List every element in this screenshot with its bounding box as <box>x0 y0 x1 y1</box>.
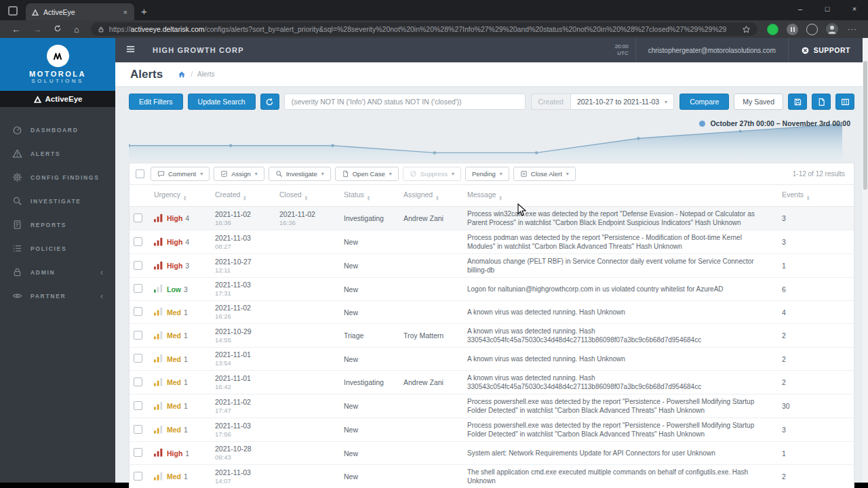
row-checkbox[interactable] <box>134 237 142 246</box>
sidebar-item-alerts[interactable]: ALERTS <box>0 142 115 165</box>
alert-row[interactable]: High42021-11-0308:27NewProcess podman wa… <box>130 230 854 254</box>
page-scrollbar[interactable] <box>863 38 868 483</box>
sort-icon: ▴▾ <box>184 195 186 201</box>
refresh-button[interactable] <box>47 24 68 35</box>
alert-row[interactable]: Med12021-10-2914:55TriageTroy MatternA k… <box>130 324 854 348</box>
investigate-button[interactable]: Investigate▾ <box>269 167 331 181</box>
home-button[interactable]: ⌂ <box>68 24 85 35</box>
row-checkbox[interactable] <box>134 472 142 481</box>
row-checkbox[interactable] <box>134 307 142 316</box>
sidebar-item-dashboard[interactable]: DASHBOARD <box>0 118 115 142</box>
date-range-select[interactable]: 2021-10-27 to 2021-11-03▾ <box>570 94 674 110</box>
alert-row[interactable]: Med12021-11-0116:42InvestigatingAndrew Z… <box>130 371 854 394</box>
refresh-results-button[interactable] <box>260 94 279 110</box>
column-header-created[interactable]: Created▴▾ <box>211 185 275 207</box>
column-header-events[interactable]: Events▴▾ <box>778 185 854 207</box>
home-icon[interactable] <box>178 70 186 79</box>
pending-button[interactable]: Pending▾ <box>465 167 509 181</box>
sidebar-item-partner[interactable]: PARTNER‹ <box>0 284 115 308</box>
update-search-button[interactable]: Update Search <box>188 94 256 110</box>
row-checkbox[interactable] <box>134 425 142 434</box>
message-cell: Anomalous change (PELT RBF) in Service C… <box>463 254 778 278</box>
alert-row[interactable]: High32021-10-2712:11NewAnomalous change … <box>130 254 854 278</box>
column-header-status[interactable]: Status▴▾ <box>340 185 399 207</box>
assigned-cell <box>399 230 463 254</box>
select-all-checkbox[interactable] <box>136 169 144 178</box>
sidebar-item-investigate[interactable]: INVESTIGATE <box>0 189 115 213</box>
sidebar-item-reports[interactable]: REPORTS <box>0 213 115 237</box>
activeeye-logo: ActiveEye <box>0 91 115 107</box>
columns-button[interactable] <box>835 94 854 110</box>
save-search-button[interactable] <box>788 94 807 110</box>
row-checkbox[interactable] <box>134 354 142 363</box>
alert-row[interactable]: High12021-10-2809:43NewSystem alert: Net… <box>130 442 854 465</box>
urgency-score: 1 <box>184 402 188 410</box>
urgency-cell: Med1 <box>154 472 207 482</box>
open-case-button[interactable]: Open Case▾ <box>335 167 399 181</box>
row-checkbox[interactable] <box>134 401 142 410</box>
tab-actions-icon[interactable] <box>8 6 18 16</box>
menu-toggle-icon[interactable] <box>115 44 146 57</box>
alert-row[interactable]: Med12021-11-0314:07NewThe shell applicat… <box>130 465 854 488</box>
row-checkbox[interactable] <box>134 261 142 270</box>
row-checkbox[interactable] <box>134 448 142 457</box>
assign-button[interactable]: Assign▾ <box>214 167 264 181</box>
sidebar-item-admin[interactable]: ADMIN‹ <box>0 260 115 284</box>
row-checkbox[interactable] <box>134 378 142 386</box>
column-header-urgency[interactable]: Urgency▴▾ <box>150 185 211 207</box>
product-name: ActiveEye <box>45 95 83 103</box>
row-checkbox[interactable] <box>134 214 142 222</box>
sidebar-item-policies[interactable]: POLICIES <box>0 237 115 260</box>
new-tab-button[interactable]: + <box>141 5 147 17</box>
closed-cell <box>275 394 340 418</box>
browser-profile-avatar[interactable] <box>826 23 838 35</box>
alert-row[interactable]: Low32021-11-0317:31NewLogon for naltunia… <box>130 278 854 301</box>
row-checkbox[interactable] <box>134 331 142 340</box>
back-button[interactable]: ← <box>5 24 26 35</box>
events-cell: 2 <box>778 465 854 488</box>
urgency-cell: Med1 <box>154 378 207 388</box>
alert-row[interactable]: Med12021-11-0217:47NewProcess powershell… <box>130 394 854 418</box>
export-button[interactable] <box>812 94 831 110</box>
edit-filters-button[interactable]: Edit Filters <box>129 94 183 110</box>
column-header-assigned[interactable]: Assigned▴▾ <box>399 185 463 207</box>
alert-row[interactable]: Med12021-11-0317:56NewProcess powershell… <box>130 418 854 442</box>
table-header-row: Urgency▴▾Created▴▾Closed▴▾Status▴▾Assign… <box>130 185 854 207</box>
alert-row[interactable]: High42021-11-0216:362021-11-0216:36Inves… <box>130 207 854 230</box>
message-cell: A known virus was detected running. Hash… <box>463 324 778 348</box>
extension-icon-grey[interactable] <box>787 24 798 35</box>
support-button[interactable]: SUPPORT <box>789 46 863 55</box>
scrollbar-thumb[interactable] <box>863 61 867 190</box>
forward-button[interactable]: → <box>26 24 47 35</box>
my-saved-button[interactable]: My Saved <box>734 94 783 110</box>
column-header-message[interactable]: Message▴▾ <box>463 185 778 207</box>
closed-cell <box>275 324 340 348</box>
minimize-button[interactable]: – <box>787 0 814 18</box>
extensions-icon[interactable] <box>806 24 818 35</box>
tab-close-icon[interactable]: × <box>122 8 129 16</box>
alert-row[interactable]: Med12021-11-0216:26NewA known virus was … <box>130 301 854 324</box>
address-bar[interactable]: https://activeeye.deltarisk.com/configs/… <box>91 22 757 36</box>
sidebar-item-config-findings[interactable]: CONFIG FINDINGS <box>0 165 115 189</box>
caret-down-icon: ▾ <box>321 171 324 177</box>
favorites-star-icon[interactable] <box>742 25 751 34</box>
column-header-closed[interactable]: Closed▴▾ <box>275 185 340 207</box>
legend-dot-icon <box>699 121 705 127</box>
status-cell: New <box>340 348 399 371</box>
column-label: Message <box>467 190 496 199</box>
browser-window: ActiveEye × + – □ × ← → ⌂ https://active… <box>0 0 868 483</box>
comment-button[interactable]: Comment▾ <box>151 167 210 181</box>
row-checkbox[interactable] <box>134 284 142 293</box>
maximize-button[interactable]: □ <box>814 0 841 18</box>
column-header-select <box>130 185 150 207</box>
close-alert-button[interactable]: Close Alert▾ <box>513 167 576 181</box>
close-button[interactable]: × <box>841 0 868 18</box>
browser-tab[interactable]: ActiveEye × <box>26 3 134 20</box>
compare-button[interactable]: Compare <box>679 94 729 110</box>
extension-icon-green[interactable] <box>767 24 778 35</box>
query-input[interactable] <box>284 94 526 110</box>
user-email[interactable]: christophergeater@motorolasolutions.com <box>636 47 788 54</box>
alert-row[interactable]: Med12021-11-0113:54NewA known virus was … <box>130 348 854 371</box>
urgency-cell: High3 <box>154 261 207 271</box>
browser-menu-icon[interactable]: ··· <box>842 25 863 33</box>
